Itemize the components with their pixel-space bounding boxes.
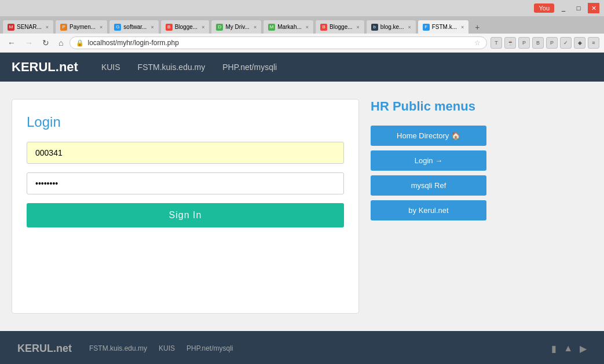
menu-icon[interactable]: ≡ [588, 37, 599, 49]
browser-tab[interactable]: D My Driv... × [211, 20, 262, 34]
nav-link[interactable]: KUIS [101, 62, 120, 72]
footer-link[interactable]: PHP.net/mysqli [186, 344, 233, 352]
site-nav: KERUL.net KUISFSTM.kuis.edu.myPHP.net/my… [0, 53, 604, 82]
lock-icon: 🔒 [76, 39, 84, 47]
url-bar[interactable]: 🔒 localhost/myhr/login-form.php ☆ [69, 36, 487, 49]
facebook-icon[interactable]: ▮ [551, 343, 557, 354]
sidebar-btn-0[interactable]: Home Directory 🏠 [371, 126, 486, 146]
browser-tab[interactable]: F FSTM.k... × [418, 20, 470, 34]
site-logo: KERUL.net [12, 60, 78, 75]
login-card: Login Sign In [12, 99, 359, 314]
toolbar-icons: T ☕ P B P ✓ ◆ ≡ [490, 37, 599, 49]
nav-links: KUISFSTM.kuis.edu.myPHP.net/mysqli [101, 62, 277, 72]
browser-tab[interactable]: G softwar... × [109, 20, 159, 34]
sidebar-btn-3[interactable]: by Kerul.net [371, 200, 486, 220]
nav-link[interactable]: PHP.net/mysqli [222, 62, 277, 72]
url-text: localhost/myhr/login-form.php [87, 39, 471, 47]
footer-socials: ▮ ▲ ▶ [551, 343, 587, 354]
sidebar-btn-1[interactable]: Login → [371, 150, 486, 171]
browser-tab[interactable]: b blog.ke... × [366, 20, 416, 34]
browser-tab[interactable]: M SENAR... × [2, 20, 54, 34]
extension-icon-6[interactable]: ◆ [574, 37, 585, 49]
close-button[interactable]: ✕ [588, 3, 599, 13]
user-label: You [534, 3, 554, 13]
bookmark-icon: ☆ [474, 39, 481, 47]
username-input[interactable] [27, 142, 344, 164]
twitter-icon[interactable]: ▲ [563, 343, 573, 354]
site-wrapper: KERUL.net KUISFSTM.kuis.edu.myPHP.net/my… [0, 53, 604, 364]
browser-tab[interactable]: B Blogge... × [160, 20, 210, 34]
hr-sidebar-title: HR Public menus [371, 99, 486, 114]
browser-tab[interactable]: B Blogge... × [315, 20, 365, 34]
translate-icon[interactable]: T [490, 37, 502, 49]
browser-tab[interactable]: P Paymen... × [55, 20, 108, 34]
new-tab-button[interactable]: + [470, 21, 484, 34]
forward-button[interactable]: → [22, 37, 36, 49]
signin-button[interactable]: Sign In [27, 203, 344, 227]
browser-tab[interactable]: M Markah... × [263, 20, 314, 34]
sidebar-btn-2[interactable]: mysqli Ref [371, 175, 486, 196]
footer-logo: KERUL.net [17, 343, 72, 355]
password-input[interactable] [27, 172, 344, 194]
title-bar: You _ □ ✕ [0, 0, 604, 16]
extension-icon-4[interactable]: P [546, 37, 558, 49]
browser-tabs-row: M SENAR... ×P Paymen... ×G softwar... ×B… [0, 16, 604, 34]
sidebar-buttons: Home Directory 🏠Login →mysqli Refby Keru… [371, 126, 486, 220]
extension-icon-3[interactable]: B [532, 37, 544, 49]
footer-links: FSTM.kuis.edu.myKUISPHP.net/mysqli [89, 344, 233, 352]
login-title: Login [27, 114, 344, 130]
address-bar: ← → ↻ ⌂ 🔒 localhost/myhr/login-form.php … [0, 34, 604, 53]
nav-link[interactable]: FSTM.kuis.edu.my [138, 62, 206, 72]
hr-sidebar: HR Public menus Home Directory 🏠Login →m… [371, 99, 486, 314]
reload-button[interactable]: ↻ [39, 37, 52, 49]
site-footer: KERUL.net FSTM.kuis.edu.myKUISPHP.net/my… [0, 331, 604, 364]
home-button[interactable]: ⌂ [56, 37, 66, 49]
maximize-button[interactable]: □ [573, 3, 584, 13]
footer-link[interactable]: KUIS [159, 344, 175, 352]
extension-icon-2[interactable]: P [518, 37, 530, 49]
back-button[interactable]: ← [5, 37, 19, 49]
site-content: Login Sign In HR Public menus Home Direc… [0, 82, 604, 331]
extension-icon-5[interactable]: ✓ [560, 37, 572, 49]
minimize-button[interactable]: _ [558, 3, 569, 13]
footer-link[interactable]: FSTM.kuis.edu.my [89, 344, 147, 352]
chat-icon[interactable]: ▶ [580, 343, 587, 354]
extension-icon-1[interactable]: ☕ [504, 37, 516, 49]
browser-window: You _ □ ✕ M SENAR... ×P Paymen... ×G sof… [0, 0, 604, 53]
